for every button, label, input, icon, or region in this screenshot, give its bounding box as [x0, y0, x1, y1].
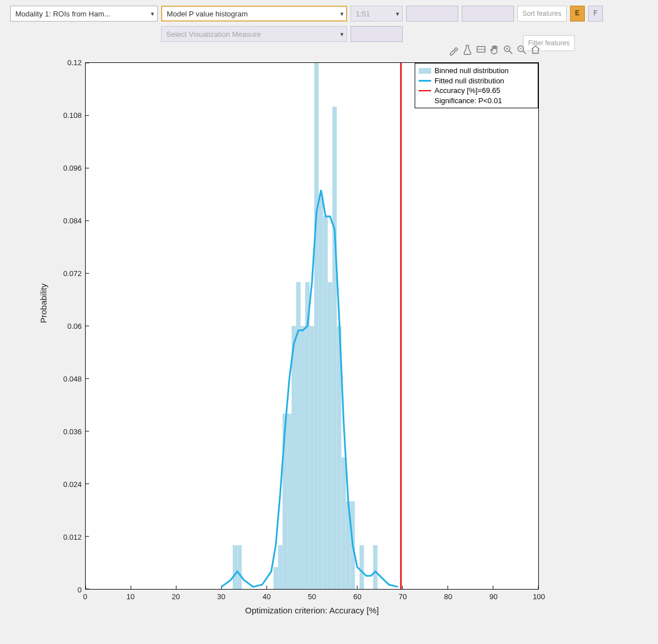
ytick: 0.096	[48, 164, 82, 172]
xtick: 40	[255, 592, 278, 601]
svg-rect-52	[373, 545, 378, 589]
plot-type-select[interactable]: Model P value histogram	[161, 6, 347, 22]
zoom-in-icon[interactable]	[503, 44, 514, 56]
ytick: 0.024	[48, 480, 82, 489]
legend-swatch-none	[419, 98, 431, 103]
xtick: 70	[391, 592, 414, 601]
ytick: 0.036	[48, 427, 82, 436]
legend-swatch-accuracy	[419, 90, 431, 91]
range-select: 1:51	[351, 6, 403, 22]
svg-rect-41	[310, 326, 314, 589]
e-button[interactable]: E	[570, 6, 585, 22]
chart-area: Probability 0 0.012 0.024 0.036 0.048 0.…	[23, 57, 624, 624]
xtick: 30	[210, 592, 233, 601]
viz-measure-select: Select Visualization Measure	[161, 26, 347, 42]
legend-swatch-line	[419, 80, 431, 82]
svg-rect-46	[332, 107, 337, 589]
ytick: 0.108	[48, 111, 82, 120]
xtick: 20	[164, 592, 187, 601]
xtick: 90	[482, 592, 505, 601]
legend-label: Binned null distribution	[435, 66, 509, 76]
xtick: 50	[301, 592, 323, 601]
svg-rect-32	[237, 545, 242, 589]
svg-rect-33	[273, 567, 278, 589]
plot-box: Binned null distribution Fitted null dis…	[85, 62, 539, 590]
ytick: 0.06	[48, 322, 82, 331]
param-field-1	[406, 6, 458, 22]
svg-line-3	[509, 51, 512, 54]
svg-rect-51	[360, 545, 364, 589]
svg-line-7	[523, 51, 526, 54]
datatip-icon[interactable]	[475, 44, 487, 56]
legend-label: Significance: P<0.01	[435, 96, 502, 106]
legend-swatch-bar	[419, 68, 431, 74]
svg-rect-43	[319, 194, 323, 589]
flask-icon[interactable]	[462, 44, 473, 56]
svg-rect-31	[233, 545, 237, 589]
svg-rect-44	[323, 217, 328, 589]
svg-rect-42	[314, 63, 319, 589]
home-icon[interactable]	[530, 44, 541, 56]
svg-rect-34	[278, 545, 282, 589]
xtick: 0	[74, 592, 96, 601]
ytick: 0.012	[48, 533, 82, 541]
svg-rect-48	[341, 457, 346, 589]
ytick: 0.072	[48, 269, 82, 278]
svg-rect-38	[296, 282, 301, 589]
legend-label: Accuracy [%]=69.65	[435, 86, 500, 96]
xtick: 100	[528, 592, 550, 601]
ytick: 0.048	[48, 375, 82, 383]
x-axis-label: Optimization criterion: Accuracy [%]	[85, 605, 539, 615]
xtick: 80	[437, 592, 459, 601]
zoom-out-icon[interactable]	[516, 44, 528, 56]
f-button[interactable]: F	[588, 6, 603, 22]
legend-label: Fitted null distribution	[435, 76, 504, 86]
svg-rect-36	[287, 414, 292, 589]
plot-svg	[86, 63, 538, 589]
pan-icon[interactable]	[489, 44, 500, 56]
param-field-2	[462, 6, 514, 22]
svg-rect-37	[292, 326, 296, 589]
brush-icon[interactable]	[448, 44, 459, 56]
figure-tool-strip	[448, 44, 541, 56]
svg-rect-45	[328, 282, 332, 589]
legend: Binned null distribution Fitted null dis…	[415, 63, 538, 108]
ytick: 0.084	[48, 217, 82, 225]
sort-features-button[interactable]: Sort features	[517, 6, 567, 22]
svg-rect-39	[301, 326, 305, 589]
ytick: 0.12	[48, 58, 82, 67]
modality-select[interactable]: Modality 1: ROIs from Ham...	[10, 6, 158, 22]
xtick: 60	[346, 592, 369, 601]
y-axis-label: Probability	[39, 283, 48, 323]
viz-param-field	[351, 26, 403, 42]
xtick: 10	[119, 592, 142, 601]
